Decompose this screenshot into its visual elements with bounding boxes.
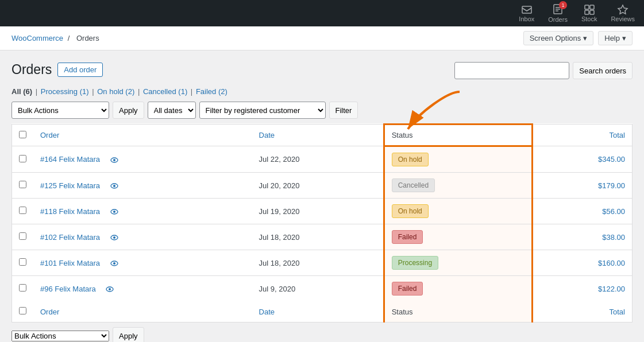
table-wrapper: Order Date Status Total #164 Felix Matar…: [11, 123, 633, 322]
status-badge: On hold: [392, 204, 429, 218]
row-total: $122.00: [533, 276, 633, 302]
row-status-cell: Failed: [384, 224, 532, 250]
row-total: $160.00: [533, 250, 633, 276]
order-link[interactable]: #101 Felix Matara: [40, 259, 100, 267]
row-checkbox[interactable]: [19, 284, 26, 292]
table-footer-row: Order Date Status Total: [12, 301, 633, 322]
order-link[interactable]: #125 Felix Matara: [40, 181, 100, 190]
order-link[interactable]: #102 Felix Matara: [40, 233, 100, 242]
filter-tabs-row: All (6) | Processing (1) | On hold (2) |…: [11, 87, 633, 96]
nav-orders[interactable]: 1 Orders: [548, 3, 568, 23]
filter-tab-failed[interactable]: Failed (2): [196, 87, 227, 96]
filter-tab-sep-3: |: [138, 87, 140, 96]
filter-tab-all[interactable]: All (6): [11, 87, 32, 96]
row-order-id: #164 Felix Matara: [33, 146, 252, 173]
filter-tab-sep-1: |: [36, 87, 37, 96]
order-link[interactable]: #164 Felix Matara: [40, 155, 100, 164]
nav-orders-label: Orders: [548, 16, 568, 23]
status-badge: On hold: [392, 153, 429, 166]
row-order-id: #118 Felix Matara: [33, 199, 252, 224]
add-order-button[interactable]: Add order: [57, 63, 103, 77]
nav-reviews-label: Reviews: [611, 15, 635, 22]
row-date: Jul 18, 2020: [252, 250, 384, 276]
help-chevron-icon: ▾: [622, 34, 626, 42]
row-checkbox[interactable]: [19, 155, 26, 162]
row-checkbox[interactable]: [19, 181, 26, 188]
svg-point-11: [113, 159, 115, 161]
row-check-cell: [12, 173, 34, 199]
apply-button-top[interactable]: Apply: [113, 102, 144, 119]
filter-tab-onhold[interactable]: On hold (2): [97, 87, 134, 96]
row-checkbox[interactable]: [19, 207, 26, 214]
breadcrumb-separator: /: [68, 34, 70, 42]
svg-rect-7: [585, 10, 589, 14]
breadcrumb-woocommerce[interactable]: WooCommerce: [11, 34, 63, 42]
svg-rect-8: [590, 10, 594, 14]
col-header-status[interactable]: Status: [384, 125, 532, 146]
row-date: Jul 9, 2020: [252, 276, 384, 302]
row-date: Jul 18, 2020: [252, 224, 384, 250]
filter-tab-sep-2: |: [92, 87, 94, 96]
row-status-cell: Cancelled: [384, 173, 532, 199]
row-total: $38.00: [533, 224, 633, 250]
svg-point-17: [113, 236, 115, 239]
filter-tab-cancelled[interactable]: Cancelled (1): [143, 87, 187, 96]
table-row: #118 Felix Matara Jul 19, 2020 On hold $…: [12, 199, 633, 224]
orders-table: Order Date Status Total #164 Felix Matar…: [11, 123, 633, 322]
select-all-checkbox[interactable]: [19, 131, 26, 138]
col-header-total[interactable]: Total: [533, 125, 633, 146]
apply-button-bottom[interactable]: Apply: [113, 327, 144, 342]
status-badge: Processing: [392, 256, 438, 270]
order-link[interactable]: #118 Felix Matara: [40, 207, 100, 216]
table-row: #101 Felix Matara Jul 18, 2020 Processin…: [12, 250, 633, 276]
row-checkbox[interactable]: [19, 258, 26, 266]
row-status-cell: On hold: [384, 146, 532, 173]
nav-stock[interactable]: Stock: [581, 4, 597, 22]
breadcrumb-bar: WooCommerce / Orders Screen Options ▾ He…: [0, 26, 644, 50]
eye-icon[interactable]: [107, 181, 118, 190]
row-total: $345.00: [533, 146, 633, 173]
svg-point-19: [113, 262, 115, 265]
row-order-id: #102 Felix Matara: [33, 224, 252, 250]
help-button[interactable]: Help ▾: [598, 31, 633, 45]
breadcrumb: WooCommerce / Orders: [11, 34, 102, 42]
footer-total-cell: Total: [533, 301, 633, 322]
nav-reviews[interactable]: Reviews: [611, 4, 635, 22]
footer-check-cell: [12, 301, 34, 322]
eye-icon[interactable]: [107, 259, 118, 267]
col-header-date[interactable]: Date: [252, 125, 384, 146]
filter-customer-select[interactable]: Filter by registered customer: [199, 102, 326, 119]
table-header-row: Order Date Status Total: [12, 125, 633, 146]
svg-rect-6: [590, 5, 594, 9]
row-status-cell: On hold: [384, 199, 532, 224]
filter-button[interactable]: Filter: [329, 102, 358, 119]
eye-icon[interactable]: [102, 285, 114, 293]
footer-status-cell: Status: [384, 301, 532, 322]
top-toolbar: Bulk Actions Apply All dates Filter by r…: [11, 102, 633, 119]
search-orders-button[interactable]: Search orders: [573, 62, 633, 79]
table-row: #102 Felix Matara Jul 18, 2020 Failed $3…: [12, 224, 633, 250]
page-header-area: Orders Add order Search orders: [11, 62, 633, 84]
col-header-order[interactable]: Order: [33, 125, 252, 146]
svg-point-13: [113, 185, 115, 187]
bulk-actions-select-bottom[interactable]: Bulk Actions: [11, 331, 109, 341]
row-date: Jul 19, 2020: [252, 199, 384, 224]
row-order-id: #101 Felix Matara: [33, 250, 252, 276]
filter-tab-processing[interactable]: Processing (1): [41, 87, 89, 96]
breadcrumb-right: Screen Options ▾ Help ▾: [523, 31, 633, 45]
top-nav: Inbox 1 Orders Stock Reviews: [0, 0, 644, 26]
bulk-actions-select-top[interactable]: Bulk Actions: [11, 102, 109, 119]
eye-icon[interactable]: [107, 233, 118, 242]
row-checkbox[interactable]: [19, 232, 26, 240]
nav-inbox[interactable]: Inbox: [519, 4, 534, 22]
row-order-id: #125 Felix Matara: [33, 173, 252, 199]
eye-icon[interactable]: [107, 207, 118, 216]
dates-select[interactable]: All dates: [148, 102, 196, 119]
row-check-cell: [12, 250, 34, 276]
eye-icon[interactable]: [107, 155, 118, 164]
search-input[interactable]: [454, 62, 569, 79]
order-link[interactable]: #96 Felix Matara: [40, 285, 96, 293]
select-all-footer-checkbox[interactable]: [19, 307, 26, 314]
screen-options-button[interactable]: Screen Options ▾: [523, 31, 594, 45]
row-check-cell: [12, 224, 34, 250]
